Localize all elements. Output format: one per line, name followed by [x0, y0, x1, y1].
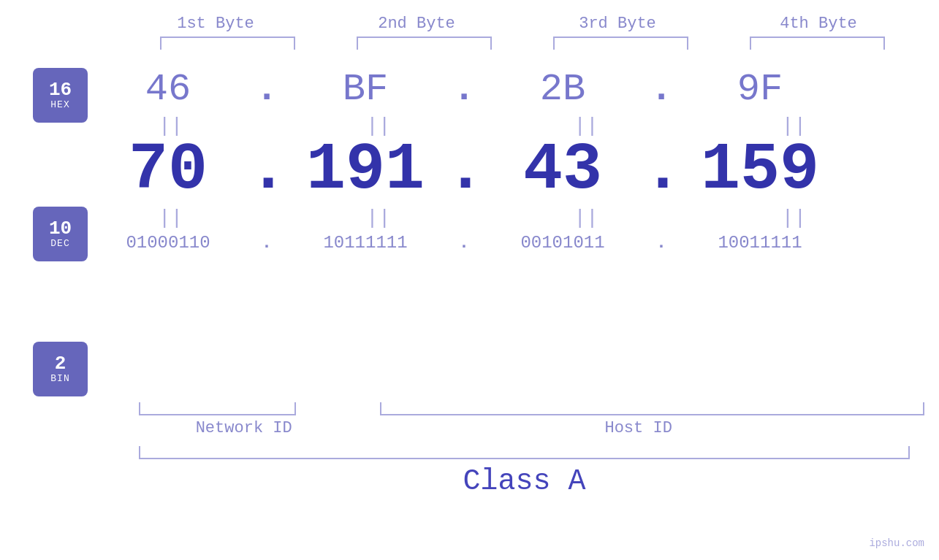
top-bracket-4 [750, 37, 885, 50]
top-bracket-2 [357, 37, 492, 50]
network-id-label: Network ID [139, 419, 349, 437]
host-id-bracket [380, 402, 924, 415]
hex-val-4: 9F [680, 68, 840, 111]
bin-val-1: 01000110 [88, 233, 248, 253]
equals-2-2: || [298, 207, 459, 229]
dec-badge: 10 DEC [33, 207, 88, 261]
main-container: 1st Byte 2nd Byte 3rd Byte 4th Byte 16 H… [0, 0, 939, 560]
class-label: Class A [139, 465, 910, 498]
bottom-section: Network ID Host ID Class A [139, 402, 928, 498]
hex-dot-3: . [643, 68, 680, 111]
bin-badge-number: 2 [55, 354, 66, 373]
bin-row: 01000110 . 10111111 . 00101011 . 1001111… [88, 233, 877, 253]
watermark: ipshu.com [869, 537, 924, 549]
dec-val-3: 43 [482, 137, 643, 203]
hex-row: 46 . BF . 2B . 9F [88, 68, 877, 111]
dec-badge-label: DEC [50, 238, 69, 249]
dec-val-4: 159 [680, 137, 840, 203]
data-grid: 46 . BF . 2B . 9F || || || || 70 [88, 61, 877, 253]
bin-badge: 2 BIN [33, 342, 88, 396]
dec-dot-3: . [643, 137, 680, 203]
id-labels: Network ID Host ID [139, 419, 928, 437]
top-brackets [130, 37, 916, 50]
class-bracket [139, 446, 910, 459]
hex-badge-label: HEX [50, 99, 69, 110]
dec-val-2: 191 [285, 137, 446, 203]
dec-row: 70 . 191 . 43 . 159 [88, 137, 877, 203]
hex-val-3: 2B [482, 68, 643, 111]
byte-header-3: 3rd Byte [537, 15, 698, 33]
network-id-bracket [139, 402, 296, 415]
equals-2-3: || [506, 207, 666, 229]
hex-val-2: BF [285, 68, 446, 111]
byte-headers: 1st Byte 2nd Byte 3rd Byte 4th Byte [115, 15, 919, 33]
dec-dot-1: . [248, 137, 285, 203]
bin-badge-label: BIN [50, 373, 69, 384]
bin-val-3: 00101011 [482, 233, 643, 253]
bin-dot-2: . [446, 233, 482, 253]
host-id-label: Host ID [349, 419, 928, 437]
top-bracket-3 [553, 37, 688, 50]
equals-2-4: || [713, 207, 874, 229]
hex-badge-number: 16 [49, 80, 72, 99]
bin-dot-1: . [248, 233, 285, 253]
hex-badge: 16 HEX [33, 68, 88, 123]
byte-header-1: 1st Byte [135, 15, 296, 33]
bin-val-2: 10111111 [285, 233, 446, 253]
dec-val-1: 70 [88, 137, 248, 203]
dec-dot-2: . [446, 137, 482, 203]
equals-2-1: || [91, 207, 251, 229]
hex-dot-1: . [248, 68, 285, 111]
bottom-brackets [139, 402, 928, 415]
dec-badge-number: 10 [49, 219, 72, 238]
bin-val-4: 10011111 [680, 233, 840, 253]
content-area: 16 HEX 10 DEC 2 BIN 46 . BF . 2B . 9F [0, 61, 939, 396]
hex-dot-2: . [446, 68, 482, 111]
top-bracket-1 [160, 37, 295, 50]
hex-val-1: 46 [88, 68, 248, 111]
bin-dot-3: . [643, 233, 680, 253]
byte-header-4: 4th Byte [738, 15, 899, 33]
equals-row-2: || || || || [88, 207, 877, 229]
badges-column: 16 HEX 10 DEC 2 BIN [33, 68, 88, 396]
byte-header-2: 2nd Byte [336, 15, 497, 33]
